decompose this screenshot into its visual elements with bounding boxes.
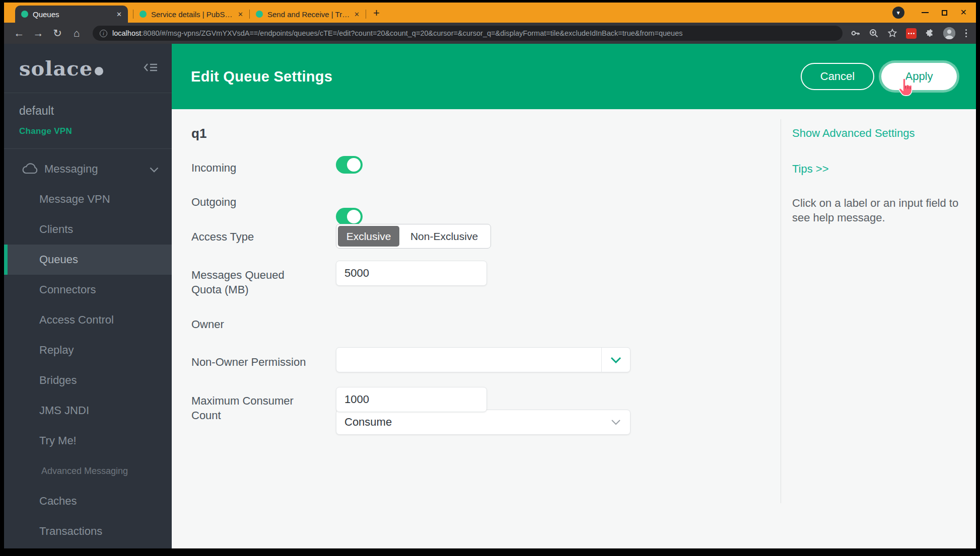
vpn-name: default xyxy=(19,104,172,118)
page-title: Edit Queue Settings xyxy=(191,68,332,85)
sidebar-item-connectors[interactable]: Connectors xyxy=(4,275,172,305)
maximum-consumer-count-input[interactable] xyxy=(336,387,487,412)
sidebar-item-bridges[interactable]: Bridges xyxy=(4,365,172,395)
owner-dropdown-button[interactable] xyxy=(602,348,630,372)
password-key-icon[interactable] xyxy=(851,28,861,38)
tab-close-icon[interactable]: ✕ xyxy=(238,11,243,18)
chevron-down-icon xyxy=(150,163,159,176)
access-type-option-exclusive[interactable]: Exclusive xyxy=(338,226,399,247)
sidebar-item-try-me[interactable]: Try Me! xyxy=(4,426,172,456)
apply-button[interactable]: Apply xyxy=(881,63,957,90)
tab-favicon xyxy=(139,11,147,18)
edit-queue-form: q1 Incoming Outgoing Access Type Exclusi… xyxy=(172,109,976,548)
sidebar-section-advanced-messaging: Advanced Messaging xyxy=(4,456,172,486)
browser-toolbar: ← → ↻ ⌂ i localhost:8080/#/msg-vpns/ZGVm… xyxy=(4,23,976,44)
sidebar-group-messaging[interactable]: Messaging xyxy=(4,154,172,184)
back-icon[interactable]: ← xyxy=(11,27,27,39)
sidebar-item-queues[interactable]: Queues xyxy=(4,245,172,275)
tips-link[interactable]: Tips >> xyxy=(792,163,829,176)
non-owner-permission-select[interactable]: Consume xyxy=(336,410,631,435)
tab-queues[interactable]: Queues ✕ xyxy=(15,6,128,23)
cancel-button[interactable]: Cancel xyxy=(801,63,874,90)
messages-queued-quota-input[interactable] xyxy=(336,261,487,286)
browser-window: Queues ✕ Service details | PubSub+ Cloud… xyxy=(4,3,976,548)
access-type-segmented-control: Exclusive Non-Exclusive xyxy=(336,224,491,249)
outgoing-label[interactable]: Outgoing xyxy=(191,195,312,209)
url-path: :8080/#/msg-vpns/ZGVmYXVsdA==/endpoints/… xyxy=(141,29,682,37)
sidebar-item-caches[interactable]: Caches xyxy=(4,486,172,516)
maximum-consumer-count-label[interactable]: Maximum Consumer Count xyxy=(191,393,312,423)
tab-title: Queues xyxy=(33,10,112,19)
site-info-icon[interactable]: i xyxy=(100,30,107,37)
non-owner-permission-value: Consume xyxy=(336,416,602,429)
toggle-knob xyxy=(347,158,361,172)
forward-icon[interactable]: → xyxy=(30,27,46,39)
close-button[interactable]: ✕ xyxy=(960,9,967,17)
access-type-label[interactable]: Access Type xyxy=(191,229,312,244)
bookmark-star-icon[interactable] xyxy=(887,28,898,39)
profile-avatar[interactable] xyxy=(943,27,955,39)
extensions-puzzle-icon[interactable] xyxy=(925,28,935,39)
browser-update-icon[interactable]: ▼ xyxy=(892,7,904,19)
sidebar-item-transactions[interactable]: Transactions xyxy=(4,516,172,546)
page-header: Edit Queue Settings Cancel Apply xyxy=(172,44,976,109)
help-text: Click on a label or an input field to se… xyxy=(792,196,966,225)
window-controls: ▼ ✕ xyxy=(892,3,976,23)
sidebar-collapse-icon[interactable] xyxy=(144,61,159,75)
solace-logo-dot xyxy=(95,67,103,75)
right-panel-divider xyxy=(781,119,781,503)
restore-button[interactable] xyxy=(942,10,947,16)
messages-queued-quota-label[interactable]: Messages Queued Quota (MB) xyxy=(191,268,312,297)
non-owner-permission-label[interactable]: Non-Owner Permission xyxy=(191,355,312,369)
new-tab-button[interactable]: + xyxy=(373,7,380,20)
access-type-option-non-exclusive[interactable]: Non-Exclusive xyxy=(399,226,489,247)
tab-title: Send and Receive | Try Me! xyxy=(267,10,350,19)
home-icon[interactable]: ⌂ xyxy=(68,27,85,39)
outgoing-toggle[interactable] xyxy=(336,208,363,225)
zoom-icon[interactable] xyxy=(869,28,879,38)
url-host: localhost xyxy=(112,29,141,37)
tab-close-icon[interactable]: ✕ xyxy=(116,11,122,18)
incoming-label[interactable]: Incoming xyxy=(191,161,312,175)
tab-favicon xyxy=(256,11,263,18)
non-owner-permission-dropdown-button[interactable] xyxy=(602,410,630,434)
change-vpn-link[interactable]: Change VPN xyxy=(19,126,172,136)
tab-favicon xyxy=(21,11,28,18)
sidebar-nav: Messaging Message VPN Clients Queues Con… xyxy=(4,149,172,546)
reload-icon[interactable]: ↻ xyxy=(49,27,65,39)
tab-service-details[interactable]: Service details | PubSub+ Cloud ✕ xyxy=(133,6,249,23)
owner-input[interactable] xyxy=(336,348,601,372)
queue-name: q1 xyxy=(191,126,206,141)
sidebar-item-clients[interactable]: Clients xyxy=(4,214,172,245)
sidebar-item-jms-jndi[interactable]: JMS JNDI xyxy=(4,395,172,426)
sidebar-item-message-vpn[interactable]: Message VPN xyxy=(4,184,172,214)
password-manager-extension-icon[interactable] xyxy=(906,28,917,39)
sidebar-item-replay[interactable]: Replay xyxy=(4,335,172,365)
mouse-cursor-pointer xyxy=(898,78,913,99)
sidebar-item-access-control[interactable]: Access Control xyxy=(4,305,172,335)
chevron-down-icon xyxy=(611,419,621,425)
tab-strip: Queues ✕ Service details | PubSub+ Cloud… xyxy=(4,3,976,23)
tab-separator xyxy=(366,10,366,19)
sidebar: solace default Change VPN Messaging xyxy=(4,44,172,548)
screenshot-frame: Queues ✕ Service details | PubSub+ Cloud… xyxy=(0,0,980,556)
browser-menu-icon[interactable] xyxy=(963,29,969,38)
solace-logo: solace xyxy=(19,56,103,80)
chevron-down-icon xyxy=(610,357,621,363)
cloud-icon xyxy=(21,163,39,176)
toggle-knob xyxy=(347,210,361,223)
incoming-toggle[interactable] xyxy=(336,156,363,174)
tab-title: Service details | PubSub+ Cloud xyxy=(151,10,234,19)
tab-close-icon[interactable]: ✕ xyxy=(354,11,360,18)
owner-combobox[interactable] xyxy=(336,347,631,372)
tab-send-receive[interactable]: Send and Receive | Try Me! ✕ xyxy=(250,6,366,23)
sidebar-group-label: Messaging xyxy=(44,163,98,176)
address-bar[interactable]: i localhost:8080/#/msg-vpns/ZGVmYXVsdA==… xyxy=(93,26,843,41)
show-advanced-settings-link[interactable]: Show Advanced Settings xyxy=(792,127,915,140)
owner-label[interactable]: Owner xyxy=(191,317,312,332)
minimize-button[interactable] xyxy=(922,12,929,13)
